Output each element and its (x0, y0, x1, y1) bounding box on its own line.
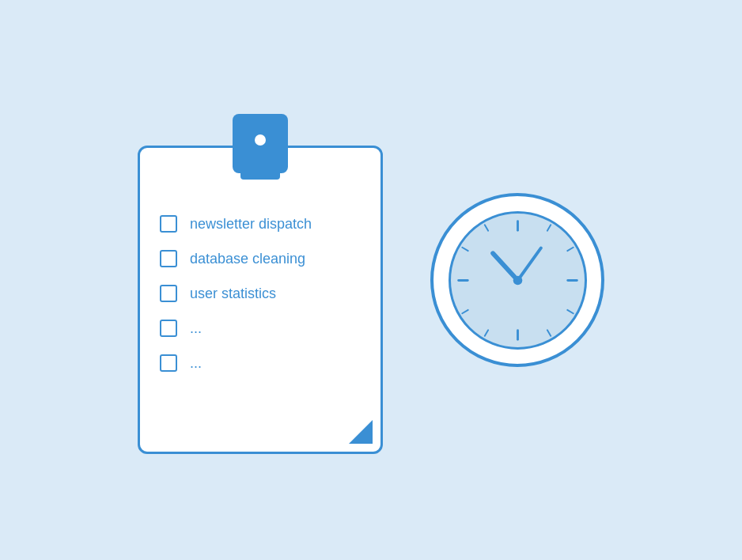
checklist-label-4: ... (190, 320, 202, 337)
svg-point-14 (513, 275, 522, 285)
svg-line-13 (517, 248, 540, 280)
paper-corner-fold (349, 420, 373, 444)
checkbox-3 (160, 285, 177, 302)
clock-outer-ring (430, 193, 604, 367)
checkbox-2 (160, 250, 177, 267)
svg-line-8 (484, 330, 487, 335)
svg-line-5 (567, 247, 573, 250)
list-item: newsletter dispatch (160, 215, 361, 233)
scene: newsletter dispatch database cleaning us… (138, 114, 604, 446)
clock-svg (451, 214, 585, 347)
list-item: database cleaning (160, 250, 361, 267)
list-item: ... (160, 354, 361, 372)
svg-line-9 (462, 309, 468, 312)
svg-line-10 (462, 247, 468, 250)
svg-line-6 (567, 309, 573, 312)
clipboard-body: newsletter dispatch database cleaning us… (138, 146, 383, 454)
checklist-label-2: database cleaning (190, 251, 305, 267)
list-item: ... (160, 320, 361, 337)
checkbox-4 (160, 320, 177, 337)
checklist-label-1: newsletter dispatch (190, 216, 312, 233)
checkbox-5 (160, 354, 177, 372)
list-item: user statistics (160, 285, 361, 302)
clipboard: newsletter dispatch database cleaning us… (138, 114, 383, 446)
svg-line-4 (547, 225, 550, 230)
svg-line-11 (484, 225, 487, 230)
clipboard-clip (233, 114, 288, 173)
clock-face (449, 211, 587, 350)
clock (430, 193, 604, 367)
clipboard-paper: newsletter dispatch database cleaning us… (144, 191, 377, 448)
checklist-label-3: user statistics (190, 286, 276, 302)
svg-line-7 (547, 330, 550, 335)
clip-hole (255, 134, 266, 146)
checklist-label-5: ... (190, 355, 202, 372)
svg-line-12 (493, 253, 517, 280)
checkbox-1 (160, 215, 177, 233)
